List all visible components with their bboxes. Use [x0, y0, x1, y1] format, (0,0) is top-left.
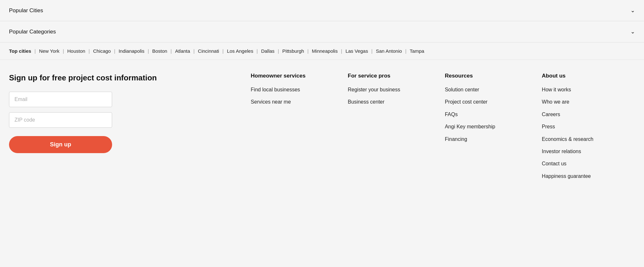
city-separator: | [169, 48, 173, 54]
popular-categories-accordion[interactable]: Popular Categories ⌄ [0, 21, 644, 42]
footer-col-title-2: Resources [445, 73, 534, 79]
footer-col-title-3: About us [542, 73, 631, 79]
email-input[interactable] [9, 92, 112, 107]
footer-col-3: About usHow it worksWho we areCareersPre… [538, 73, 635, 185]
footer-col-2: ResourcesSolution centerProject cost cen… [441, 73, 538, 185]
footer-link-3-3[interactable]: Press [542, 124, 555, 129]
footer-link-3-5[interactable]: Investor relations [542, 149, 581, 154]
city-link[interactable]: Pittsburgh [282, 48, 304, 54]
footer-link-1-1[interactable]: Business center [348, 99, 385, 105]
footer-col-links-2: Solution centerProject cost centerFAQsAn… [445, 86, 534, 143]
city-separator: | [221, 48, 225, 54]
list-item: Solution center [445, 86, 534, 93]
footer-link-1-0[interactable]: Register your business [348, 87, 400, 92]
city-separator: | [146, 48, 150, 54]
city-separator: | [34, 48, 37, 54]
city-separator: | [276, 48, 280, 54]
city-separator: | [404, 48, 408, 54]
city-link[interactable]: Atlanta [175, 48, 190, 54]
city-link[interactable]: Cincinnati [198, 48, 219, 54]
list-item: Angi Key membership [445, 123, 534, 130]
city-separator: | [62, 48, 65, 54]
list-item: Careers [542, 111, 631, 118]
list-item: Find local businesses [251, 86, 340, 93]
top-cities-label: Top cities [9, 48, 31, 54]
popular-cities-label: Popular Cities [9, 7, 43, 14]
city-link[interactable]: Boston [152, 48, 167, 54]
list-item: Services near me [251, 98, 340, 106]
top-cities-bar: Top cities | New York | Houston | Chicag… [0, 42, 644, 60]
list-item: Economics & research [542, 136, 631, 143]
footer-col-1: For service prosRegister your businessBu… [344, 73, 441, 185]
city-separator: | [340, 48, 343, 54]
list-item: FAQs [445, 111, 534, 118]
list-item: Business center [348, 98, 437, 106]
list-item: Investor relations [542, 148, 631, 155]
footer-link-2-2[interactable]: FAQs [445, 112, 458, 117]
zip-input[interactable] [9, 112, 112, 128]
city-separator: | [113, 48, 117, 54]
city-separator: | [306, 48, 310, 54]
city-link[interactable]: Chicago [93, 48, 111, 54]
footer-col-title-0: Homeowner services [251, 73, 340, 79]
city-separator: | [87, 48, 91, 54]
city-link[interactable]: Tampa [410, 48, 424, 54]
signup-title: Sign up for free project cost informatio… [9, 73, 234, 83]
footer-link-3-7[interactable]: Happiness guarantee [542, 173, 591, 179]
footer-link-3-0[interactable]: How it works [542, 87, 571, 92]
list-item: Press [542, 123, 631, 130]
city-link[interactable]: San Antonio [376, 48, 402, 54]
city-link[interactable]: Los Angeles [227, 48, 253, 54]
city-separator: | [192, 48, 196, 54]
footer-link-0-1[interactable]: Services near me [251, 99, 291, 105]
footer-col-links-0: Find local businessesServices near me [251, 86, 340, 106]
list-item: Register your business [348, 86, 437, 93]
list-item: Project cost center [445, 98, 534, 106]
footer-col-title-1: For service pros [348, 73, 437, 79]
popular-categories-label: Popular Categories [9, 29, 56, 35]
footer-link-2-0[interactable]: Solution center [445, 87, 479, 92]
list-item: How it works [542, 86, 631, 93]
footer-col-0: Homeowner servicesFind local businessesS… [247, 73, 344, 185]
footer-link-3-6[interactable]: Contact us [542, 161, 566, 166]
signup-section: Sign up for free project cost informatio… [9, 73, 247, 185]
list-item: Financing [445, 136, 534, 143]
city-link[interactable]: New York [39, 48, 59, 54]
city-link[interactable]: Minneapolis [312, 48, 338, 54]
city-link[interactable]: Las Vegas [345, 48, 368, 54]
list-item: Contact us [542, 160, 631, 167]
footer-main: Sign up for free project cost informatio… [0, 60, 644, 204]
city-link[interactable]: Dallas [261, 48, 274, 54]
chevron-down-icon: ⌄ [630, 28, 635, 35]
footer-link-3-2[interactable]: Careers [542, 112, 560, 117]
list-item: Happiness guarantee [542, 173, 631, 180]
signup-button[interactable]: Sign up [9, 136, 112, 153]
list-item: Who we are [542, 98, 631, 106]
city-link[interactable]: Indianapolis [119, 48, 144, 54]
chevron-down-icon: ⌄ [630, 7, 635, 14]
footer-col-links-3: How it worksWho we areCareersPressEconom… [542, 86, 631, 180]
city-link[interactable]: Houston [67, 48, 85, 54]
footer-link-2-3[interactable]: Angi Key membership [445, 124, 495, 129]
footer-link-2-4[interactable]: Financing [445, 136, 467, 142]
cities-list: | New York | Houston | Chicago | Indiana… [33, 48, 424, 54]
footer-link-3-1[interactable]: Who we are [542, 99, 569, 105]
footer-links: Homeowner servicesFind local businessesS… [247, 73, 635, 185]
footer-link-2-1[interactable]: Project cost center [445, 99, 488, 105]
footer-link-3-4[interactable]: Economics & research [542, 136, 593, 142]
popular-cities-accordion[interactable]: Popular Cities ⌄ [0, 0, 644, 21]
city-separator: | [255, 48, 259, 54]
footer-col-links-1: Register your businessBusiness center [348, 86, 437, 106]
city-separator: | [370, 48, 374, 54]
footer-link-0-0[interactable]: Find local businesses [251, 87, 300, 92]
